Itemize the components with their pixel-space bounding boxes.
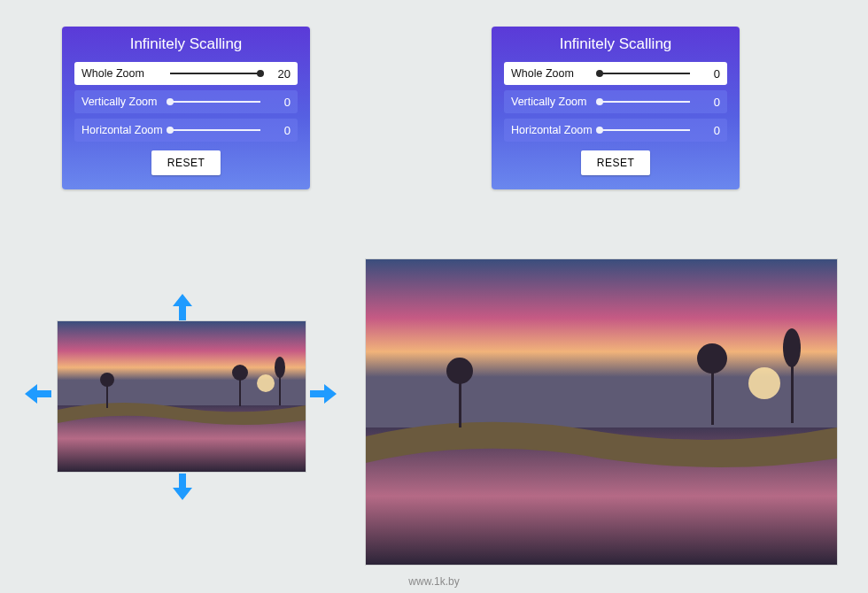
- zoom-control-panel-right: Infinitely Scalling Whole Zoom 0 Vertica…: [492, 27, 740, 189]
- preview-image-small: [58, 321, 306, 472]
- svg-point-8: [275, 357, 285, 378]
- preview-image-large: [366, 259, 837, 565]
- slider-value: 0: [690, 124, 720, 137]
- zoom-control-panel-left: Infinitely Scalling Whole Zoom 20 Vertic…: [62, 27, 310, 189]
- svg-point-11: [748, 367, 780, 399]
- slider-thumb-icon[interactable]: [257, 70, 264, 77]
- panel-title: Infinitely Scalling: [74, 35, 298, 53]
- reset-button[interactable]: RESET: [151, 150, 221, 175]
- slider-value: 0: [690, 96, 720, 109]
- slider-thumb-icon[interactable]: [596, 127, 603, 134]
- footer-credit: www.1k.by: [0, 575, 868, 588]
- slider-label: Vertically Zoom: [511, 96, 600, 108]
- slider-row-whole-zoom[interactable]: Whole Zoom 20: [74, 62, 298, 85]
- slider-row-horizontal-zoom[interactable]: Horizontal Zoom 0: [74, 119, 298, 142]
- slider-row-whole-zoom[interactable]: Whole Zoom 0: [504, 62, 727, 85]
- arrow-right-icon: [310, 384, 337, 404]
- arrow-up-icon: [173, 294, 192, 320]
- reset-button[interactable]: RESET: [581, 150, 651, 175]
- slider-track[interactable]: [170, 129, 260, 131]
- svg-rect-9: [366, 259, 837, 427]
- svg-point-6: [232, 365, 248, 381]
- slider-label: Whole Zoom: [511, 67, 600, 80]
- svg-point-4: [100, 373, 114, 387]
- slider-thumb-icon[interactable]: [596, 98, 603, 105]
- slider-value: 0: [690, 67, 720, 81]
- svg-point-17: [783, 328, 801, 367]
- slider-thumb-icon[interactable]: [596, 70, 603, 77]
- slider-thumb-icon[interactable]: [167, 98, 174, 105]
- slider-thumb-icon[interactable]: [167, 127, 174, 134]
- svg-point-2: [257, 374, 275, 392]
- slider-track[interactable]: [600, 73, 690, 74]
- slider-row-vertical-zoom[interactable]: Vertically Zoom 0: [74, 90, 298, 113]
- svg-point-15: [697, 343, 727, 374]
- slider-value: 0: [260, 124, 291, 137]
- slider-label: Whole Zoom: [81, 67, 170, 80]
- slider-track[interactable]: [600, 129, 690, 131]
- arrow-left-icon: [25, 384, 51, 404]
- slider-row-vertical-zoom[interactable]: Vertically Zoom 0: [504, 90, 727, 113]
- svg-rect-0: [58, 321, 306, 405]
- slider-label: Horizontal Zoom: [81, 124, 170, 136]
- panel-title: Infinitely Scalling: [504, 35, 727, 53]
- slider-label: Vertically Zoom: [81, 96, 170, 108]
- slider-row-horizontal-zoom[interactable]: Horizontal Zoom 0: [504, 119, 727, 142]
- slider-label: Horizontal Zoom: [511, 124, 600, 136]
- slider-value: 0: [260, 96, 291, 109]
- slider-track[interactable]: [600, 101, 690, 103]
- svg-point-13: [446, 358, 473, 384]
- slider-track[interactable]: [170, 73, 260, 74]
- slider-value: 20: [260, 67, 291, 81]
- slider-track[interactable]: [170, 101, 260, 103]
- arrow-down-icon: [173, 474, 192, 500]
